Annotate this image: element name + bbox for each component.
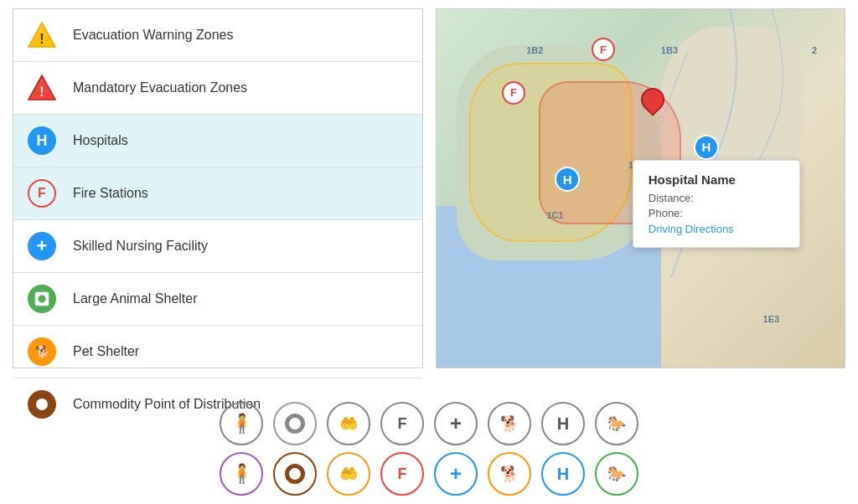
legend-panel: ! Evacuation Warning Zones ! Mandatory E… — [13, 8, 423, 368]
mandatory-evacuation-label: Mandatory Evacuation Zones — [73, 80, 247, 95]
location-pin[interactable] — [641, 88, 664, 111]
person-icon-gray[interactable]: 🧍 — [220, 402, 263, 445]
fire-stations-label: Fire Stations — [73, 186, 148, 201]
hospitals-label: Hospitals — [73, 133, 128, 148]
map-label-1b2: 1B2 — [526, 45, 543, 55]
popup-title: Hospital Name — [649, 172, 784, 187]
hand-icon-yellow[interactable]: 🤲 — [327, 452, 370, 496]
map-panel[interactable]: 1B2 1B3 1C2 1C1 1E3 2 H H F F — [436, 8, 845, 368]
donut-icon-brown[interactable] — [273, 452, 317, 496]
large-animal-icon — [26, 283, 58, 315]
legend-row-skilled-nursing[interactable]: + Skilled Nursing Facility — [13, 220, 422, 273]
popup-distance: Distance: — [649, 192, 784, 204]
evacuation-warning-label: Evacuation Warning Zones — [73, 28, 234, 43]
map-label-1e3: 1E3 — [763, 314, 780, 324]
plus-icon-blue[interactable]: + — [434, 452, 478, 496]
fire-marker-1[interactable]: F — [502, 81, 525, 105]
h-icon-blue[interactable]: H — [541, 452, 585, 496]
bottom-icon-bar: 🧍 🤲 F + 🐕 H 🐎 🧍 🤲 F + 🐕 H 🐎 — [0, 395, 858, 504]
plus-icon-gray[interactable]: + — [434, 402, 478, 445]
map-label-1c1: 1C1 — [546, 210, 563, 220]
skilled-nursing-label: Skilled Nursing Facility — [73, 239, 208, 254]
donut-icon-gray[interactable] — [273, 402, 317, 445]
icon-row-gray: 🧍 🤲 F + 🐕 H 🐎 — [220, 402, 638, 445]
fire-icon-red[interactable]: F — [380, 452, 424, 496]
legend-row-evacuation-warning[interactable]: ! Evacuation Warning Zones — [13, 9, 422, 62]
hand-icon-gray[interactable]: 🤲 — [327, 402, 370, 445]
mandatory-evacuation-icon: ! — [26, 72, 58, 104]
legend-row-large-animal[interactable]: Large Animal Shelter — [13, 273, 422, 326]
map-label-1b3: 1B3 — [661, 45, 678, 55]
hospital-icon: H — [26, 125, 58, 157]
legend-row-pet-shelter[interactable]: 🐕 Pet Shelter — [13, 326, 422, 378]
pet-shelter-label: Pet Shelter — [73, 344, 139, 359]
person-icon-purple[interactable]: 🧍 — [220, 452, 263, 496]
dog-icon-orange[interactable]: 🐕 — [488, 452, 531, 496]
svg-text:!: ! — [39, 85, 44, 99]
legend-row-fire-stations[interactable]: F Fire Stations — [13, 167, 422, 220]
dog-icon-gray[interactable]: 🐕 — [488, 402, 531, 445]
fire-marker-2[interactable]: F — [592, 38, 615, 61]
horse-icon-green[interactable]: 🐎 — [595, 452, 638, 496]
icon-row-colored: 🧍 🤲 F + 🐕 H 🐎 — [220, 452, 638, 496]
pet-shelter-icon: 🐕 — [26, 336, 58, 368]
hospital-marker-2[interactable]: H — [694, 135, 719, 160]
h-icon-gray[interactable]: H — [541, 402, 585, 445]
map-label-2: 2 — [812, 45, 817, 55]
fire-icon-gray[interactable]: F — [380, 402, 424, 445]
fire-station-icon: F — [26, 177, 58, 209]
hospital-marker-1[interactable]: H — [555, 167, 580, 192]
horse-icon-gray[interactable]: 🐎 — [595, 402, 638, 445]
legend-row-hospitals[interactable]: H Hospitals — [13, 115, 422, 167]
evacuation-warning-icon: ! — [26, 19, 58, 51]
hospital-popup[interactable]: Hospital Name Distance: Phone: Driving D… — [633, 160, 800, 248]
large-animal-label: Large Animal Shelter — [73, 291, 198, 306]
svg-text:!: ! — [39, 32, 44, 46]
driving-directions-link[interactable]: Driving Directions — [649, 223, 784, 235]
skilled-nursing-icon: + — [26, 230, 58, 262]
popup-phone: Phone: — [649, 207, 784, 219]
legend-row-mandatory-evacuation[interactable]: ! Mandatory Evacuation Zones — [13, 62, 422, 115]
